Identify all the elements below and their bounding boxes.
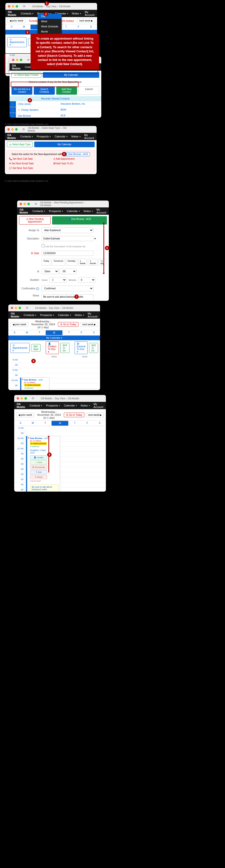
nav-myaccount[interactable]: My Account bbox=[84, 10, 96, 17]
cancel-button[interactable]: Cancel bbox=[7, 174, 95, 174]
add-appointment-link[interactable]: ◷ Add Appointment bbox=[53, 157, 93, 160]
day-m[interactable]: M bbox=[18, 25, 30, 30]
reschedule-button[interactable]: 🗓 Reschedule bbox=[30, 465, 47, 469]
set-email-link[interactable]: ✉ Set Next Email Date bbox=[9, 162, 49, 165]
appointment-block[interactable]: ⊘ Dan Broese · ACE [to 11:00am] ◷ Outlet… bbox=[20, 377, 50, 390]
badge-1: 1 bbox=[44, 1, 49, 6]
minutes-select[interactable]: 0 bbox=[78, 277, 95, 283]
badge-2: 2 bbox=[44, 12, 48, 17]
done-button[interactable]: ✓ Done bbox=[30, 460, 47, 464]
nav-notes[interactable]: Notes bbox=[70, 12, 83, 15]
badge-7: 7 bbox=[74, 294, 79, 299]
quick-plus1[interactable]: +1 day bbox=[99, 259, 106, 266]
quick-1month[interactable]: 1 Month bbox=[88, 259, 98, 266]
contact-row[interactable]: 👤Chris JonesInsurance Brokers, Inc. bbox=[9, 101, 101, 107]
quick-1week[interactable]: 1 Week bbox=[78, 259, 87, 266]
add-task-link[interactable]: 🗹 Add Task To Do bbox=[53, 162, 93, 165]
notes-textarea[interactable]: Be sure to ask about backyard outlet. bbox=[41, 294, 93, 301]
window-dayview-2: ⟳OA Mobile – Day View – OA Mobile OA Mob… bbox=[8, 305, 100, 390]
badge-8: 8 bbox=[31, 359, 36, 363]
titlebar: ⟳ OA Mobile – Day View – OA Mobile bbox=[5, 3, 97, 10]
day-t2[interactable]: T bbox=[60, 25, 72, 30]
contact-button[interactable]: 👤 Contact bbox=[30, 456, 47, 460]
appointment-detail-block[interactable]: ⊘ Dan Broese · ACE [to 11:00am] ◷ Outlet… bbox=[26, 436, 60, 492]
badge-9: 9 bbox=[47, 453, 52, 457]
appt-note: Be sure to ask about backyard outlet. bbox=[30, 484, 59, 492]
person-icon: 👤 bbox=[9, 113, 16, 118]
my-calendar-button[interactable]: My Calendar bbox=[34, 142, 95, 147]
traffic-lights bbox=[8, 5, 18, 8]
minute-select[interactable]: :00 bbox=[59, 269, 76, 274]
set-text-link[interactable]: 💬 Set Next Text Date bbox=[9, 167, 49, 169]
refresh-icon[interactable]: ⟳ bbox=[23, 5, 26, 8]
cancel-appt-link[interactable]: Cancel Appt bbox=[30, 480, 59, 482]
search-contacts-button[interactable]: Search Contacts bbox=[34, 86, 55, 95]
window-new-appointment: ⟳OA Mobile – New Pending Appointment – O… bbox=[17, 200, 109, 301]
add-new-contact-button[interactable]: Add New Contact bbox=[56, 86, 77, 95]
delete-button[interactable]: ✕ Delete bbox=[30, 475, 47, 479]
hour-select[interactable]: 10am bbox=[41, 269, 59, 274]
assign-select[interactable]: Alan Eastwood bbox=[41, 227, 93, 233]
nav-contacts[interactable]: Contacts bbox=[19, 12, 35, 15]
day-s2[interactable]: S bbox=[85, 25, 97, 30]
window-select-type: ⟳OA Mobile – Select Appt Type – OA Mobil… bbox=[5, 126, 97, 174]
cancel-button[interactable]: Cancel bbox=[78, 86, 99, 95]
menu-weeksched[interactable]: Week Schedule bbox=[38, 24, 62, 29]
set-call-link[interactable]: 📞 Set Next Call Date bbox=[9, 157, 49, 160]
badge-5: 5 bbox=[62, 152, 66, 156]
prompt-text: Select a contact, if any, for the New Ap… bbox=[9, 79, 101, 85]
contact-row[interactable]: 👤★ Christy SandersBGM bbox=[9, 107, 101, 113]
menu-day[interactable]: Day bbox=[38, 14, 62, 19]
day-s[interactable]: S bbox=[5, 25, 18, 30]
desc-dropdown-checkbox[interactable] bbox=[41, 244, 45, 247]
instruction-callout: To create an appointment without linking… bbox=[31, 34, 99, 69]
contact-header[interactable]: 👤 Dan Broese - ACE bbox=[52, 216, 107, 224]
description-input[interactable] bbox=[41, 236, 93, 241]
prev-week-button[interactable]: ◀ prev week bbox=[7, 18, 26, 23]
contact-chip[interactable]: 👤 Dan Broese - ACE bbox=[63, 152, 90, 156]
select-appt-type-button[interactable]: 🗂 Select Appt Type bbox=[7, 142, 33, 147]
copyright: © 1991-2024 by Baseline Data Systems, In… bbox=[5, 119, 49, 125]
recent-heading: Recently Viewed Contacts bbox=[9, 96, 101, 101]
menu-week[interactable]: Week bbox=[38, 19, 62, 24]
no-link-button[interactable]: Do not link to a contact bbox=[11, 86, 32, 95]
help-icon[interactable]: ? bbox=[36, 287, 39, 290]
person-icon: 👤 bbox=[9, 101, 16, 107]
action-panel: Select the action for the New Appointmen… bbox=[6, 150, 95, 172]
badge-6: 6 bbox=[105, 246, 109, 250]
hours-select[interactable]: 1 bbox=[50, 277, 66, 283]
refresh-icon[interactable]: ⟳ bbox=[27, 58, 30, 62]
new-pending-button[interactable]: ◷ New Pending Appointment bbox=[19, 216, 51, 224]
stop-icon: ⊘ bbox=[22, 378, 24, 380]
day-f[interactable]: F bbox=[72, 25, 85, 30]
quick-date-buttons: Today Tomorrow Monday 1 Week 1 Month +1 … bbox=[41, 259, 106, 266]
edit-button[interactable]: ✎ Edit bbox=[30, 470, 47, 474]
my-calendar-button[interactable]: My Calendar bbox=[43, 72, 99, 78]
go-today-button[interactable]: 🗓 Go to Today bbox=[58, 322, 79, 327]
quick-tomorrow[interactable]: Tomorrow bbox=[52, 259, 65, 266]
window-dayview-3: ⟳OA Mobile – Day View – OA Mobile OA Mob… bbox=[14, 395, 106, 492]
next-week-button[interactable]: next week ▶ bbox=[77, 18, 95, 23]
menu-month[interactable]: Month bbox=[38, 29, 62, 34]
badge-4: 4 bbox=[28, 98, 32, 102]
appointments-button[interactable]: ◷ Appointments ▾ bbox=[7, 37, 27, 47]
select-appt-contact-button[interactable]: 🗂 Select Appt Contact bbox=[11, 72, 41, 78]
date-input[interactable] bbox=[41, 251, 93, 256]
window-title: OA Mobile – Day View – OA Mobile bbox=[32, 5, 70, 8]
confirmation-select[interactable]: Confirmed bbox=[41, 286, 93, 291]
badge-3: 3 bbox=[25, 30, 30, 34]
contact-row[interactable]: 👤Dan BroeseACE bbox=[9, 113, 101, 118]
quick-monday[interactable]: Monday bbox=[66, 259, 77, 266]
prev-week-button[interactable]: ◀ prev week bbox=[10, 322, 28, 327]
person-icon: 👤 bbox=[9, 107, 16, 113]
star-icon: ★ bbox=[18, 108, 20, 111]
arrow-6 bbox=[103, 223, 104, 274]
stop-icon: ⊘ bbox=[28, 437, 30, 439]
brand: OA Mobile bbox=[8, 10, 17, 17]
next-week-button[interactable]: next week ▶ bbox=[80, 322, 98, 327]
quick-today[interactable]: Today bbox=[41, 259, 51, 266]
